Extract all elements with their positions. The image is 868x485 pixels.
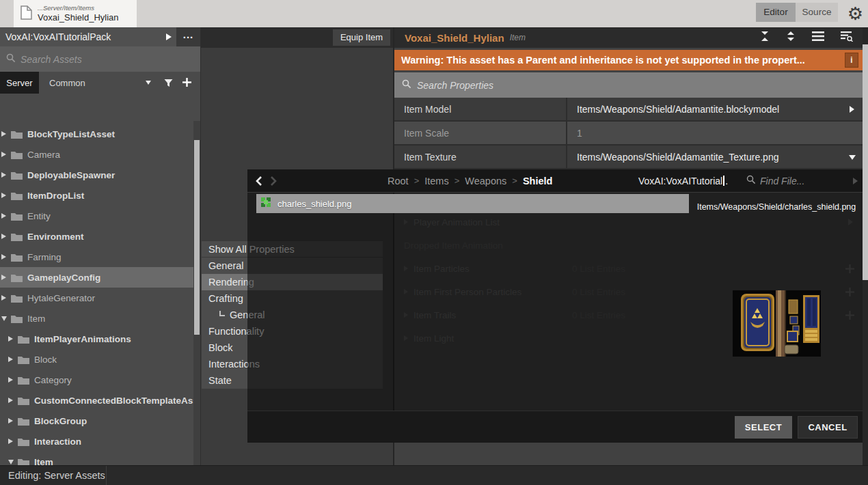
breadcrumb-weapons[interactable]: Weapons [465, 176, 506, 186]
expand-all-icon[interactable] [786, 31, 796, 44]
chevron-right-icon[interactable] [8, 439, 15, 444]
tree-item-itemplayeranimations[interactable]: ItemPlayerAnimations [0, 329, 193, 349]
pack-name-ellipsis: . [725, 176, 728, 186]
breadcrumb-shield[interactable]: Shield [523, 176, 553, 186]
asset-search-bar [0, 46, 200, 72]
tree-item-hytalegenerator[interactable]: HytaleGenerator [0, 288, 193, 308]
tree-item-item[interactable]: Item [0, 308, 193, 329]
chevron-down-icon[interactable] [146, 81, 151, 85]
tree-item-label: DeployableSpawner [27, 170, 115, 180]
chevron-right-icon[interactable] [1, 254, 8, 260]
chevron-right-icon[interactable] [1, 172, 8, 178]
filter-search-icon[interactable] [841, 31, 853, 44]
pack-header[interactable]: VoxAI:VoxAITutorialPack ... [0, 27, 200, 46]
tree-item-interaction[interactable]: Interaction [0, 431, 193, 452]
add-asset-icon[interactable] [182, 77, 192, 90]
file-icon [21, 5, 32, 23]
property-row-item-scale[interactable]: Item Scale 1 [394, 122, 863, 146]
pack-expand-icon[interactable] [166, 33, 172, 40]
tree-item-category[interactable]: Category [0, 370, 193, 390]
texture-preview-image [733, 290, 821, 357]
property-search-input[interactable] [417, 80, 855, 91]
tab-common[interactable]: Common [49, 78, 85, 88]
asset-search-input[interactable] [21, 54, 194, 65]
forward-icon[interactable] [270, 176, 277, 189]
tree-item-label: Environment [27, 232, 84, 242]
chevron-right-icon[interactable] [8, 377, 15, 383]
chevron-right-icon[interactable] [1, 295, 8, 301]
tree-item-customconnectedblocktemplateasset[interactable]: CustomConnectedBlockTemplateAsset [0, 390, 193, 411]
chevron-right-icon[interactable] [1, 193, 8, 198]
properties-scrollbar-thumb[interactable] [863, 44, 868, 280]
tree-item-entity[interactable]: Entity [0, 206, 193, 226]
status-bar: Editing: Server Assets [0, 465, 868, 485]
tree-item-environment[interactable]: Environment [0, 226, 193, 247]
property-label: Item Model [394, 98, 567, 120]
back-icon[interactable] [256, 176, 262, 189]
file-name: charles_shield.png [277, 199, 351, 209]
tree-item-gameplayconfig[interactable]: GameplayConfig [0, 267, 193, 288]
find-file-bar [746, 169, 834, 192]
panel-arrow-icon[interactable] [853, 178, 858, 184]
sidebar-scrollbar[interactable] [193, 121, 200, 465]
file-list-item-selected[interactable]: charles_shield.png [256, 194, 689, 213]
tree-item-camera[interactable]: Camera [0, 144, 193, 165]
status-divider [106, 466, 107, 485]
chevron-down-icon[interactable] [1, 316, 8, 321]
chevron-right-icon[interactable] [1, 152, 8, 157]
property-row-item-model[interactable]: Item Model Items/Weapons/Shield/Adamanti… [394, 98, 863, 122]
folder-icon [11, 130, 23, 139]
folder-icon [18, 437, 29, 446]
top-bar: ...Server/Item/Items Voxai_Shield_Hylian… [0, 0, 868, 27]
chevron-right-icon[interactable] [1, 275, 8, 280]
chevron-right-icon[interactable] [1, 213, 8, 219]
sidebar-scrollbar-thumb[interactable] [194, 140, 200, 335]
tree-item-label: Block [34, 355, 57, 365]
filter-funnel-icon[interactable] [164, 78, 173, 90]
tree-item-label: HytaleGenerator [27, 293, 95, 303]
settings-gear-icon[interactable]: ⚙ [847, 1, 863, 26]
select-button[interactable]: SELECT [735, 416, 792, 439]
chevron-right-icon[interactable] [8, 357, 15, 362]
dropdown-caret-icon[interactable] [849, 155, 856, 160]
tree-item-label: ItemPlayerAnimations [34, 334, 131, 344]
tree-item-label: Entity [27, 211, 51, 221]
warning-info-button[interactable]: i [845, 53, 858, 68]
collapse-all-icon[interactable] [760, 31, 770, 44]
chevron-right-icon[interactable] [8, 418, 15, 424]
pack-more-button[interactable]: ... [176, 27, 200, 46]
tree-item-label: Farming [27, 252, 62, 262]
pack-name-field[interactable]: VoxAI:VoxAITutorial . [638, 169, 728, 192]
source-mode-button[interactable]: Source [796, 3, 838, 22]
tree-item-blockgroup[interactable]: BlockGroup [0, 411, 193, 431]
breadcrumb-separator: > [512, 176, 517, 186]
cancel-button[interactable]: CANCEL [798, 416, 858, 439]
chevron-right-icon[interactable] [8, 336, 15, 342]
editor-mode-button[interactable]: Editor [756, 3, 796, 22]
tree-item-item[interactable]: Item [0, 452, 193, 465]
chevron-down-icon[interactable] [8, 460, 15, 465]
editor-source-switch: Editor Source [756, 3, 838, 22]
property-row-item-texture[interactable]: Item Texture Items/Weapons/Shield/Adaman… [394, 146, 863, 169]
equip-item-button[interactable]: Equip Item [333, 29, 390, 46]
tab-server[interactable]: Server [0, 72, 39, 94]
find-file-input[interactable] [760, 176, 834, 186]
asset-tree: BlockTypeListAssetCameraDeployableSpawne… [0, 121, 193, 465]
breadcrumb-root[interactable]: Root [388, 176, 409, 186]
tree-item-itemdroplist[interactable]: ItemDropList [0, 185, 193, 206]
asset-type-label: Item [510, 33, 526, 42]
chevron-right-icon[interactable] [8, 398, 15, 403]
tree-item-block[interactable]: Block [0, 349, 193, 370]
open-picker-arrow-icon[interactable] [850, 106, 854, 113]
tree-item-label: CustomConnectedBlockTemplateAsset [34, 396, 200, 406]
open-document-tab[interactable]: ...Server/Item/Items Voxai_Shield_Hylian [14, 0, 137, 27]
breadcrumb-items[interactable]: Items [424, 176, 448, 186]
tab-title: Voxai_Shield_Hylian [38, 12, 119, 23]
tree-item-blocktypelistasset[interactable]: BlockTypeListAsset [0, 124, 193, 144]
tree-item-farming[interactable]: Farming [0, 247, 193, 267]
chevron-right-icon[interactable] [1, 131, 8, 137]
folder-icon [18, 335, 29, 344]
tree-item-deployablespawner[interactable]: DeployableSpawner [0, 165, 193, 185]
chevron-right-icon[interactable] [1, 234, 8, 239]
menu-icon[interactable] [812, 31, 824, 44]
